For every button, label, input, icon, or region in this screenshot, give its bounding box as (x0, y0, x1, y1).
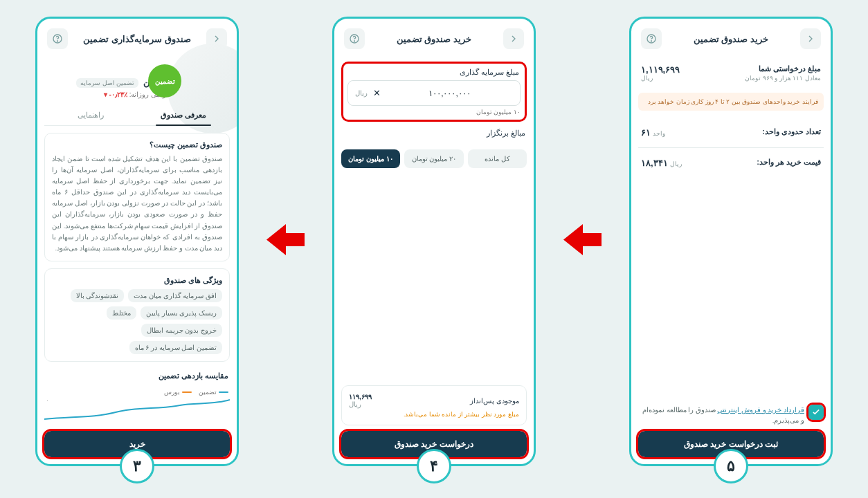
clear-icon[interactable]: ✕ (373, 88, 381, 98)
feature-chip: ریسک پذیری بسیار پایین (141, 306, 222, 320)
tab-guide[interactable]: راهنمایی (44, 105, 137, 125)
arrow-left-icon (266, 224, 305, 255)
back-icon[interactable] (503, 28, 524, 49)
agreement-row: قرارداد خرید و فروش اینترنتی صندوق را مط… (638, 405, 824, 425)
agreement-text: قرارداد خرید و فروش اینترنتی صندوق را مط… (638, 405, 804, 425)
page-title: صندوق سرمایه‌گذاری تضمین (68, 34, 206, 44)
help-icon[interactable] (344, 28, 365, 49)
what-is-body: صندوق تضمین با این هدف تشکیل شده است تا … (52, 154, 222, 254)
approx-units-value: ۶۱ (641, 127, 651, 138)
back-icon[interactable] (800, 28, 821, 49)
daily-return-value: ٪۰٫۲۴- (109, 91, 127, 98)
feature-chip: افق سرمایه گذاری میان مدت (128, 289, 222, 302)
fund-hero: تضمین (44, 57, 230, 74)
caret-down-icon: ▾ (104, 91, 107, 98)
sparkline-icon (44, 398, 230, 423)
unit-price-label: قیمت خرید هر واحد: (757, 158, 821, 166)
preset-amounts: ۱۰ میلیون تومان ۲۰ میلیون تومان کل مانده (341, 149, 527, 168)
requested-amount-sub: معادل ۱۱۱ هزار و ۹۶۹ تومان (745, 75, 821, 82)
preset-10m[interactable]: ۱۰ میلیون تومان (341, 149, 400, 168)
requested-amount-row: مبلغ درخواستی شما معادل ۱۱۱ هزار و ۹۶۹ ت… (638, 57, 824, 89)
legend-item-a: تضمین (199, 389, 228, 396)
requested-amount-unit: ریال (641, 75, 680, 82)
screen-3: صندوق سرمایه‌گذاری تضمین تضمین صندوق تضم… (35, 17, 239, 466)
balance-value: ۱۱۹,۶۹۹ (349, 393, 372, 400)
balance-label: موجودی پس‌انداز (470, 397, 519, 405)
legend-swatch (219, 391, 228, 393)
fund-type-chip: تضمین اصل سرمایه (76, 78, 138, 88)
legend-item-b: بورس (164, 389, 192, 396)
y-axis-zero: ۰ (46, 397, 49, 404)
legend-swatch (182, 391, 192, 393)
compare-title: مقایسه بازدهی تضمین (46, 371, 228, 380)
step-badge-3: ۳ (120, 449, 154, 483)
feature-chip: نقدشوندگی بالا (71, 289, 125, 302)
page-title: خرید صندوق تضمین (365, 34, 503, 44)
tabs: معرفی صندوق راهنمایی (44, 105, 230, 126)
header: خرید صندوق تضمین (341, 26, 527, 57)
feature-chip: تضمین اصل سرمایه در ۶ ماه (129, 341, 222, 354)
requested-amount-label: مبلغ درخواستی شما (759, 64, 821, 73)
help-icon[interactable] (641, 28, 662, 49)
features-chips: افق سرمایه گذاری میان مدت نقدشوندگی بالا… (52, 289, 222, 354)
arrow-left-icon (563, 224, 602, 255)
features-card: ویژگی های صندوق افق سرمایه گذاری میان مد… (44, 268, 230, 362)
compare-chart: ۰ (44, 398, 230, 425)
unit-price-row: قیمت خرید هر واحد: ۱۸,۳۴۱ ریال (638, 151, 824, 175)
approx-units-row: تعداد حدودی واحد: ۶۱ واحد (638, 120, 824, 145)
preset-all[interactable]: کل مانده (468, 149, 527, 168)
svg-point-3 (354, 41, 354, 42)
divider (638, 147, 824, 148)
step-badge-4: ۴ (417, 449, 451, 483)
amount-hint: ۱۰ میلیون تومان (347, 109, 521, 116)
preset-20m[interactable]: ۲۰ میلیون تومان (404, 149, 463, 168)
what-is-card: صندوق تضمین چیست؟ صندوق تضمین با این هدف… (44, 133, 230, 261)
balance-card: موجودی پس‌انداز ۱۱۹,۶۹۹ ریال مبلغ مورد ن… (341, 385, 527, 425)
amount-label: مبلغ سرمایه گذاری (349, 68, 519, 76)
svg-point-5 (651, 41, 651, 42)
tab-intro[interactable]: معرفی صندوق (137, 105, 230, 125)
amount-section-highlight: مبلغ سرمایه گذاری ریال ✕ ۱۰۰,۰۰۰,۰۰۰ ۱۰ … (341, 62, 527, 122)
amount-unit: ریال (355, 89, 368, 97)
help-icon[interactable] (47, 28, 68, 49)
chart-legend: تضمین بورس (46, 389, 228, 396)
legend-label: تضمین (199, 389, 217, 396)
agreement-checkbox[interactable] (808, 405, 824, 420)
approx-units-label: تعداد حدودی واحد: (762, 127, 821, 136)
balance-unit: ریال (349, 400, 372, 408)
screen-4: خرید صندوق تضمین مبلغ سرمایه گذاری ریال … (332, 17, 536, 466)
features-title: ویژگی های صندوق (52, 276, 222, 285)
processing-notice: فرایند خرید واحدهای صندوق بین ۲ تا ۴ روز… (638, 93, 824, 111)
what-is-title: صندوق تضمین چیست؟ (52, 140, 222, 149)
unit-price-value: ۱۸,۳۴۱ (641, 158, 668, 168)
feature-chip: خروج بدون جریمه ابطال (141, 324, 222, 337)
preferred-amounts-label: مبالغ برنگزار (343, 129, 525, 137)
fund-logo-badge: تضمین (148, 64, 181, 98)
header: خرید صندوق تضمین (638, 26, 824, 57)
screen-5: خرید صندوق تضمین مبلغ درخواستی شما معادل… (629, 17, 833, 466)
step-badge-5: ۵ (714, 449, 748, 483)
page-title: خرید صندوق تضمین (662, 34, 800, 44)
feature-chip: مختلط (107, 306, 136, 320)
legend-label: بورس (164, 389, 180, 396)
agreement-link[interactable]: قرارداد خرید و فروش اینترنتی (717, 406, 804, 414)
svg-point-1 (57, 41, 57, 42)
approx-units-unit: واحد (653, 130, 665, 137)
amount-input[interactable]: ریال ✕ ۱۰۰,۰۰۰,۰۰۰ (347, 80, 521, 106)
unit-price-unit: ریال (670, 160, 682, 167)
requested-amount-value: ۱,۱۱۹,۶۹۹ (641, 64, 680, 75)
balance-warning: مبلغ مورد نظر بیشتر از مانده شما می‌باشد… (349, 411, 519, 418)
amount-value: ۱۰۰,۰۰۰,۰۰۰ (386, 89, 513, 98)
